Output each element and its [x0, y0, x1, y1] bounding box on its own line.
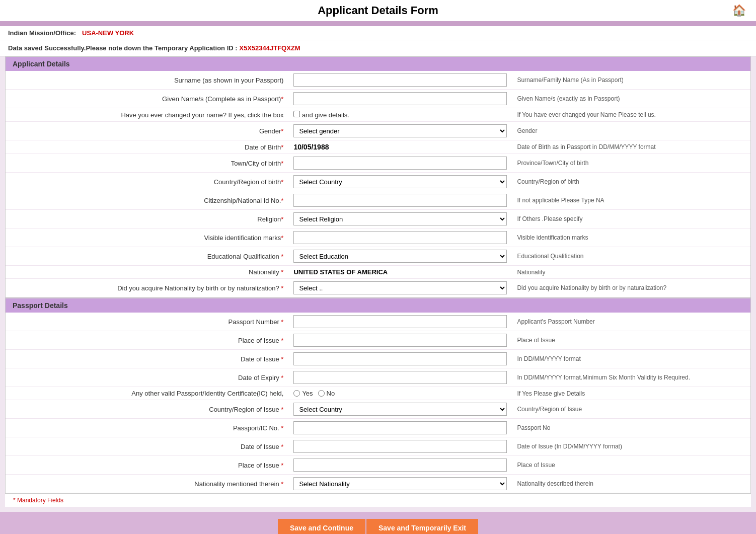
- nationality-acquisition-select[interactable]: Select .. Birth Naturalization: [293, 281, 507, 294]
- gender-select[interactable]: Select gender Male Female Other: [293, 124, 507, 137]
- table-row: Did you acquire Nationality by birth or …: [6, 279, 750, 297]
- passport-ic-no-input[interactable]: [293, 421, 507, 434]
- identification-marks-hint: Visible identification marks: [512, 228, 750, 247]
- passport-ic-no-hint: Passport No: [512, 419, 750, 437]
- table-row: Surname (as shown in your Passport) Surn…: [6, 71, 750, 90]
- religion-input-cell: Select Religion Hindu Muslim Christian S…: [288, 210, 512, 228]
- home-icon[interactable]: 🏠: [732, 4, 746, 17]
- nav-bar: [0, 22, 756, 26]
- country-of-issue-hint: Country/Region of Issue: [512, 400, 750, 419]
- city-of-birth-input-cell: [288, 154, 512, 173]
- nationality-acquisition-label: Did you acquire Nationality by birth or …: [6, 279, 288, 297]
- nationality-therein-label: Nationality mentioned therein *: [6, 475, 288, 493]
- passport-form-table: Passport Number * Applicant's Passport N…: [6, 313, 750, 493]
- date-of-expiry-input[interactable]: [293, 371, 507, 384]
- city-of-birth-input[interactable]: [293, 157, 507, 170]
- mandatory-text: Mandatory Fields: [17, 497, 63, 504]
- passport-number-hint: Applicant's Passport Number: [512, 313, 750, 331]
- ic-place-of-issue-label: Place of Issue *: [6, 456, 288, 475]
- ic-date-of-issue-input-cell: [288, 437, 512, 456]
- dob-hint: Date of Birth as in Passport in DD/MM/YY…: [512, 140, 750, 154]
- country-of-birth-select[interactable]: Select Country: [293, 175, 507, 188]
- yes-radio-label[interactable]: Yes: [293, 390, 313, 397]
- nationality-therein-select[interactable]: Select Nationality: [293, 477, 507, 490]
- other-passport-radio-group: Yes No: [293, 390, 507, 397]
- mission-label: Indian Mission/Office:: [8, 29, 76, 37]
- nationality-therein-input-cell: Select Nationality: [288, 475, 512, 493]
- table-row: Nationality mentioned therein * Select N…: [6, 475, 750, 493]
- footer-buttons: Save and Continue Save and Temporarily E…: [0, 512, 756, 534]
- date-of-issue-input[interactable]: [293, 352, 507, 365]
- nationality-acquisition-hint: Did you acquire Nationality by birth or …: [512, 279, 750, 297]
- table-row: Town/City of birth* Province/Town/City o…: [6, 154, 750, 173]
- national-id-hint: If not applicable Please Type NA: [512, 191, 750, 210]
- table-row: Date of Expiry * In DD/MM/YYYY format.Mi…: [6, 368, 750, 387]
- success-bar: Data saved Successfully.Please note down…: [0, 40, 756, 56]
- nationality-value-cell: UNITED STATES OF AMERICA: [288, 266, 512, 279]
- no-radio[interactable]: [318, 390, 325, 397]
- table-row: Have you ever changed your name? If yes,…: [6, 108, 750, 122]
- name-change-label: Have you ever changed your name? If yes,…: [6, 108, 288, 122]
- success-text: Data saved Successfully.Please note down…: [8, 44, 238, 52]
- top-bar: Indian Mission/Office: USA-NEW YORK: [0, 26, 756, 40]
- table-row: Place of Issue * Place of Issue: [6, 331, 750, 350]
- name-change-input-cell: and give details.: [288, 108, 512, 122]
- ic-date-of-issue-input[interactable]: [293, 440, 507, 453]
- nationality-hint: Nationality: [512, 266, 750, 279]
- yes-radio[interactable]: [293, 390, 300, 397]
- identification-marks-input[interactable]: [293, 231, 507, 244]
- ic-place-of-issue-hint: Place of Issue: [512, 456, 750, 475]
- other-passport-label: Any other valid Passport/Identity Certif…: [6, 387, 288, 400]
- gender-hint: Gender: [512, 122, 750, 140]
- name-change-checkbox[interactable]: [293, 111, 300, 117]
- nationality-acquisition-input-cell: Select .. Birth Naturalization: [288, 279, 512, 297]
- table-row: Country/Region of Issue * Select Country…: [6, 400, 750, 419]
- table-row: Given Name/s (Complete as in Passport)* …: [6, 90, 750, 108]
- religion-label: Religion*: [6, 210, 288, 228]
- country-of-issue-select[interactable]: Select Country: [293, 403, 507, 416]
- passport-details-section: Passport Details Passport Number * Appli…: [5, 298, 751, 494]
- table-row: Date of Issue * Date of Issue (In DD/MM/…: [6, 437, 750, 456]
- table-row: Country/Region of birth* Select Country …: [6, 173, 750, 191]
- save-exit-button[interactable]: Save and Temporarily Exit: [366, 519, 478, 534]
- table-row: Any other valid Passport/Identity Certif…: [6, 387, 750, 400]
- religion-select[interactable]: Select Religion Hindu Muslim Christian S…: [293, 212, 507, 225]
- table-row: Nationality * UNITED STATES OF AMERICA N…: [6, 266, 750, 279]
- date-of-expiry-label: Date of Expiry *: [6, 368, 288, 387]
- save-continue-button[interactable]: Save and Continue: [278, 519, 365, 534]
- place-of-issue-input[interactable]: [293, 334, 507, 347]
- date-of-issue-label: Date of Issue *: [6, 350, 288, 368]
- main-content: Applicant Details Surname (as shown in y…: [0, 56, 756, 512]
- gender-input-cell: Select gender Male Female Other: [288, 122, 512, 140]
- given-names-input[interactable]: [293, 92, 507, 105]
- surname-hint: Surname/Family Name (As in Passport): [512, 71, 750, 90]
- dob-value: 10/05/1988: [293, 143, 329, 151]
- passport-number-input[interactable]: [293, 315, 507, 328]
- table-row: Religion* Select Religion Hindu Muslim C…: [6, 210, 750, 228]
- table-row: Visible identification marks* Visible id…: [6, 228, 750, 247]
- surname-input[interactable]: [293, 73, 507, 87]
- nationality-label: Nationality *: [6, 266, 288, 279]
- ic-place-of-issue-input[interactable]: [293, 459, 507, 472]
- gender-label: Gender*: [6, 122, 288, 140]
- page-wrapper: Applicant Details Form 🏠 Indian Mission/…: [0, 0, 756, 534]
- country-of-birth-label: Country/Region of birth*: [6, 173, 288, 191]
- passport-section-header: Passport Details: [6, 298, 750, 313]
- nationality-value: UNITED STATES OF AMERICA: [293, 268, 388, 276]
- identification-marks-label: Visible identification marks*: [6, 228, 288, 247]
- applicant-section-header: Applicant Details: [6, 57, 750, 71]
- national-id-label: Citizenship/National Id No.*: [6, 191, 288, 210]
- mandatory-asterisk: *: [13, 497, 16, 504]
- application-id: X5X52344JTFQXZM: [239, 44, 300, 52]
- no-radio-label[interactable]: No: [318, 390, 335, 397]
- ic-place-of-issue-input-cell: [288, 456, 512, 475]
- given-names-label: Given Name/s (Complete as in Passport)*: [6, 90, 288, 108]
- passport-ic-no-label: Passport/IC No. *: [6, 419, 288, 437]
- national-id-input[interactable]: [293, 194, 507, 207]
- passport-number-label: Passport Number *: [6, 313, 288, 331]
- date-of-expiry-input-cell: [288, 368, 512, 387]
- country-of-issue-label: Country/Region of Issue *: [6, 400, 288, 419]
- applicant-form-table: Surname (as shown in your Passport) Surn…: [6, 71, 750, 297]
- education-select[interactable]: Select Education Below Matriculation Mat…: [293, 250, 507, 263]
- city-of-birth-label: Town/City of birth*: [6, 154, 288, 173]
